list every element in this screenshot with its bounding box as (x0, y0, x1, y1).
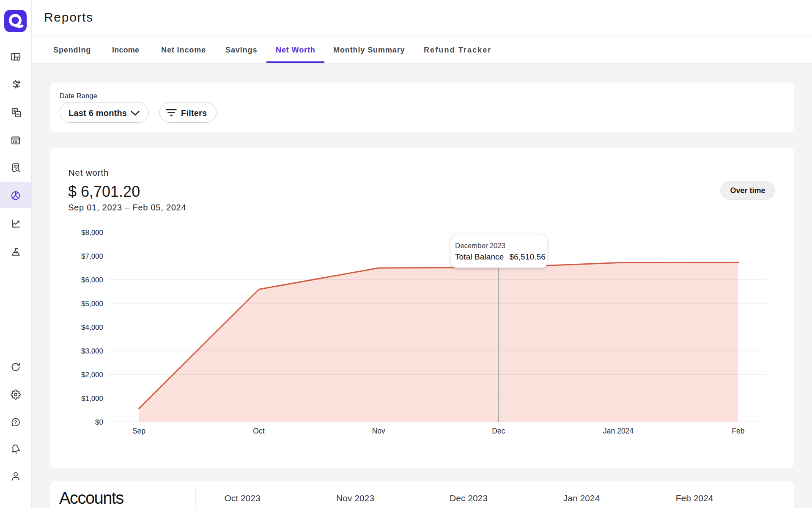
svg-text:Dec: Dec (492, 427, 505, 435)
svg-text:$3,000: $3,000 (81, 347, 103, 355)
svg-text:?: ? (14, 420, 17, 425)
svg-text:Nov: Nov (372, 427, 385, 435)
svg-text:Feb: Feb (732, 427, 744, 435)
svg-text:$2,000: $2,000 (81, 371, 103, 379)
svg-text:$8,000: $8,000 (81, 229, 103, 237)
svg-text:$4,000: $4,000 (81, 323, 103, 331)
svg-text:$6,000: $6,000 (81, 276, 103, 284)
svg-text:$5,000: $5,000 (81, 300, 103, 308)
svg-text:$0: $0 (95, 418, 103, 426)
svg-text:Jan 2024: Jan 2024 (603, 427, 634, 435)
svg-text:Sep: Sep (132, 427, 145, 435)
svg-text:$7,000: $7,000 (81, 252, 103, 260)
svg-text:Oct: Oct (253, 427, 264, 435)
svg-text:$1,000: $1,000 (81, 395, 103, 403)
